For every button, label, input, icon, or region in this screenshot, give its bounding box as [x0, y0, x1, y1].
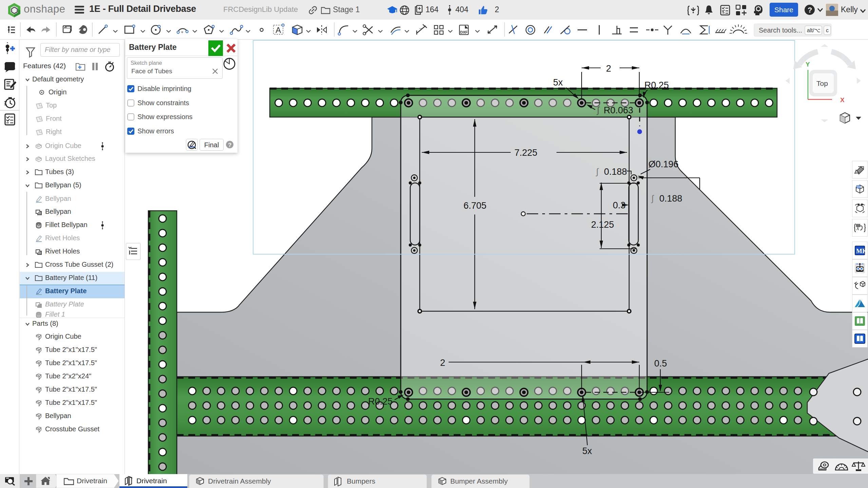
svg-text:Search tools...: Search tools...: [759, 26, 802, 34]
svg-text:5x: 5x: [553, 77, 563, 88]
svg-text:↔: ↔: [419, 25, 423, 30]
svg-text:alt/⌥: alt/⌥: [807, 27, 820, 33]
svg-text:0.5: 0.5: [654, 358, 667, 369]
svg-text:c: c: [826, 27, 829, 33]
svg-text:+: +: [181, 30, 184, 35]
svg-text:Top: Top: [816, 79, 828, 87]
svg-text:∫: ∫: [596, 167, 599, 176]
svg-text:?: ?: [228, 142, 231, 148]
svg-text:5x: 5x: [582, 446, 592, 456]
svg-text:Ø0.196: Ø0.196: [648, 159, 679, 169]
svg-text:A: A: [276, 25, 281, 35]
svg-text:6.705: 6.705: [464, 201, 487, 211]
svg-text:R0.25: R0.25: [644, 80, 669, 90]
svg-text:R0.25: R0.25: [368, 396, 393, 407]
svg-text:7.225: 7.225: [514, 148, 537, 158]
svg-text:2: 2: [440, 358, 445, 368]
svg-text:DXF: DXF: [460, 30, 468, 34]
svg-text:R0.063: R0.063: [604, 105, 633, 115]
svg-text:0.188: 0.188: [604, 167, 627, 177]
svg-text:X: X: [840, 96, 845, 104]
svg-text:2: 2: [606, 63, 611, 74]
svg-text:MK: MK: [856, 247, 866, 255]
svg-text:0.188: 0.188: [659, 193, 682, 204]
svg-text:Y: Y: [806, 61, 810, 68]
svg-text:2.125: 2.125: [591, 220, 614, 230]
svg-text:∫: ∫: [651, 193, 654, 203]
svg-text:?: ?: [808, 6, 812, 14]
